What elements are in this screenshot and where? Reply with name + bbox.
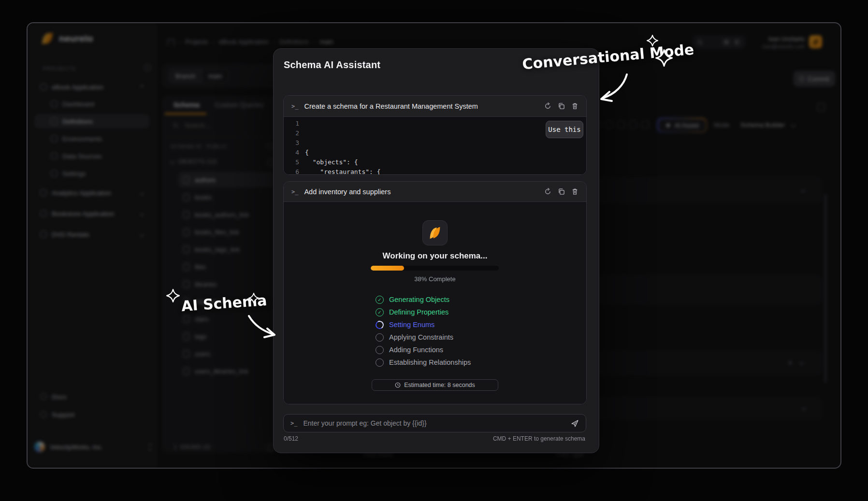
line-number: 3 (284, 138, 299, 148)
step-label: Establishing Relationships (389, 358, 471, 366)
step-label: Setting Enums (389, 321, 434, 329)
line-number: 4 (284, 148, 299, 157)
prompt-text: Create a schema for a Restaurant Managem… (304, 102, 538, 110)
modal-title: Schema AI Assistant (284, 59, 380, 71)
step-status-icon (376, 346, 384, 354)
code-line: "objects": { (305, 157, 411, 167)
neurelo-logo-icon (428, 227, 442, 239)
step-status-icon (375, 320, 385, 330)
use-this-button[interactable]: Use this (546, 121, 583, 138)
step-label: Adding Functions (389, 346, 443, 354)
code-lines: { "objects": { "restaurants": { "propert… (305, 119, 411, 175)
line-number: 6 (284, 167, 299, 175)
line-number: 5 (284, 157, 299, 167)
copy-icon[interactable] (557, 102, 565, 110)
line-number: 1 (284, 119, 299, 129)
prompt-card-2: >_ Add inventory and suppliers (283, 181, 587, 404)
prompt-card-1: >_ Create a schema for a Restaurant Mana… (283, 95, 587, 175)
char-count: 0/512 (284, 435, 298, 442)
clock-icon (395, 382, 401, 388)
progress-bar (371, 266, 499, 271)
generation-step: Defining Properties (376, 306, 471, 318)
step-status-icon (376, 308, 384, 316)
code-line: { (305, 148, 411, 157)
working-status-title: Working on your schema... (284, 251, 586, 261)
progress-percent-label: 38% Complete (284, 275, 586, 283)
estimated-time-label: Estimated time: 8 seconds (404, 382, 475, 388)
generation-status-body: Working on your schema... 38% Complete G… (284, 202, 586, 404)
generation-step: Setting Enums (376, 318, 471, 331)
sparkle-icon (166, 289, 180, 302)
regenerate-icon[interactable] (544, 102, 551, 110)
prompt-input-box[interactable]: >_ (283, 414, 586, 432)
schema-ai-assistant-modal: Schema AI Assistant >_ Create a schema f… (273, 48, 599, 453)
line-numbers: 123456 (284, 119, 305, 175)
send-icon[interactable] (571, 419, 579, 428)
sparkle-icon (655, 49, 673, 67)
delete-icon[interactable] (571, 188, 579, 196)
step-status-icon (376, 296, 384, 304)
shortcut-hint: CMD + ENTER to generate schema (493, 435, 585, 442)
terminal-prompt-icon: >_ (290, 420, 297, 427)
copy-icon[interactable] (557, 188, 565, 196)
schema-code-preview: 123456 { "objects": { "restaurants": { "… (284, 117, 586, 175)
sparkle-icon (647, 35, 658, 46)
step-label: Applying Constraints (389, 333, 453, 341)
step-label: Generating Objects (389, 296, 449, 303)
step-label: Defining Properties (389, 308, 448, 316)
step-status-icon (376, 333, 384, 342)
sparkle-icon (248, 293, 259, 303)
screen: neurelo PROJECTS + eBook Application (0, 0, 868, 501)
prompt-text: Add inventory and suppliers (304, 188, 538, 196)
step-status-icon (376, 358, 384, 367)
terminal-prompt-icon: >_ (291, 188, 298, 195)
line-number: 2 (284, 129, 299, 138)
annotation-arrow (244, 313, 283, 342)
prompt-input[interactable] (303, 419, 565, 427)
generation-step: Adding Functions (376, 344, 471, 356)
progress-bar-fill (371, 266, 404, 271)
regenerate-icon[interactable] (544, 188, 551, 196)
estimated-time-badge: Estimated time: 8 seconds (372, 379, 498, 391)
generation-steps: Generating Objects Defining Properties S… (376, 293, 471, 369)
code-line: "restaurants": { (305, 167, 411, 175)
neurelo-logo-tile (422, 220, 448, 245)
delete-icon[interactable] (571, 102, 579, 110)
generation-step: Establishing Relationships (376, 356, 471, 369)
annotation-arrow (596, 72, 631, 105)
generation-step: Applying Constraints (376, 331, 471, 344)
generation-step: Generating Objects (376, 293, 471, 306)
terminal-prompt-icon: >_ (291, 103, 298, 110)
